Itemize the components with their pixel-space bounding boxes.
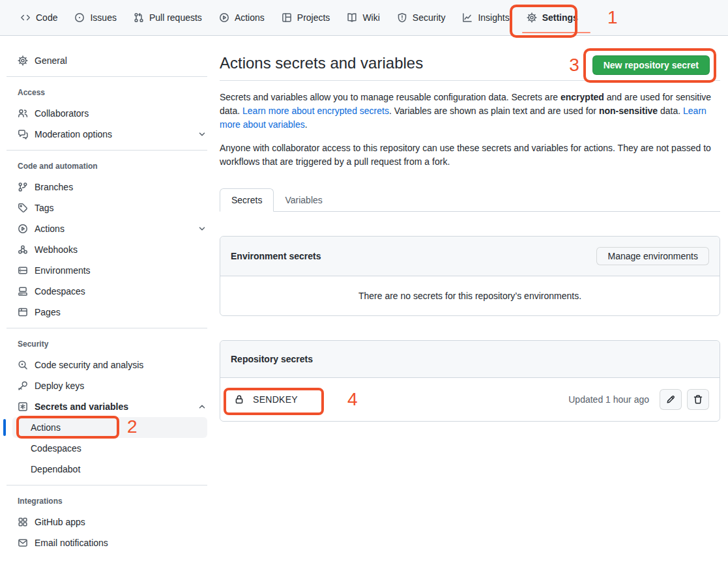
sidebar-item-label: Secrets and variables	[35, 401, 128, 412]
sidebar-item-tags[interactable]: Tags	[18, 197, 207, 218]
tab-insights[interactable]: Insights	[454, 0, 517, 35]
tab-wiki[interactable]: Wiki	[338, 0, 388, 35]
sidebar-item-moderation-options[interactable]: Moderation options	[18, 124, 207, 145]
annotation-step-4: 4	[347, 390, 358, 409]
tab-label: Insights	[478, 12, 509, 23]
link-learn-encrypted-secrets[interactable]: Learn more about encrypted secrets	[242, 106, 389, 116]
manage-environments-button[interactable]: Manage environments	[596, 247, 709, 265]
divider	[7, 328, 207, 328]
sidebar-item-label: Codespaces	[31, 443, 81, 454]
intro-paragraph: Secrets and variables allow you to manag…	[220, 91, 720, 132]
text: data.	[658, 106, 683, 116]
annotation-number: 1	[607, 8, 618, 27]
sidebar-subitem-codespaces[interactable]: Codespaces	[12, 438, 207, 459]
graph-icon	[462, 12, 473, 23]
text: .	[305, 119, 308, 130]
tab-projects[interactable]: Projects	[273, 0, 339, 35]
sidebar-item-label: Code security and analysis	[35, 360, 143, 370]
tab-actions[interactable]: Actions	[211, 0, 273, 35]
tag-icon	[18, 203, 28, 213]
tab-code[interactable]: Code	[12, 0, 66, 35]
sidebar-item-collaborators[interactable]: Collaborators	[18, 103, 207, 124]
secrets-variables-tabs: Secrets Variables	[220, 188, 720, 212]
tab-settings[interactable]: Settings	[518, 0, 587, 35]
tab-label: Security	[413, 12, 446, 23]
tab-label: Wiki	[362, 12, 379, 23]
shield-icon	[397, 12, 407, 23]
sidebar-item-pages[interactable]: Pages	[18, 302, 207, 323]
repository-secrets-box: Repository secrets SENDKEY 4 Updated 1 h…	[220, 340, 720, 422]
new-repository-secret-button[interactable]: New repository secret	[592, 55, 710, 75]
button-label: Manage environments	[607, 251, 698, 261]
environment-secrets-title: Environment secrets	[231, 251, 321, 261]
sidebar-item-label: Actions	[35, 224, 65, 234]
sidebar-item-label: Email notifications	[35, 538, 108, 548]
section-header-access: Access	[18, 85, 207, 100]
delete-secret-button[interactable]	[687, 389, 709, 410]
tab-label: Pull requests	[149, 12, 202, 23]
play-icon	[219, 12, 229, 23]
sidebar-item-code-security[interactable]: Code security and analysis	[18, 355, 207, 375]
book-icon	[347, 12, 357, 23]
divider	[7, 150, 207, 151]
section-header-security: Security	[18, 337, 207, 351]
sidebar-item-label: General	[35, 55, 67, 66]
collaborator-paragraph: Anyone with collaborator access to this …	[220, 141, 720, 169]
sidebar-item-secrets-and-variables[interactable]: Secrets and variables	[18, 396, 207, 417]
sidebar-subitem-actions[interactable]: Actions 2	[12, 417, 207, 438]
tab-variables[interactable]: Variables	[274, 189, 333, 211]
sidebar-item-webhooks[interactable]: Webhooks	[18, 239, 207, 260]
environment-secrets-box: Environment secrets Manage environments …	[220, 236, 720, 316]
sidebar-item-codespaces[interactable]: Codespaces	[18, 281, 207, 302]
text-bold: non-sensitive	[599, 106, 658, 116]
environment-secrets-empty-message: There are no secrets for this repository…	[220, 276, 720, 315]
git-branch-icon	[18, 182, 28, 192]
trash-icon	[693, 394, 703, 405]
tab-pull-requests[interactable]: Pull requests	[125, 0, 211, 35]
code-icon	[20, 12, 31, 23]
sidebar-item-deploy-keys[interactable]: Deploy keys	[18, 375, 207, 396]
edit-secret-button[interactable]	[660, 389, 682, 410]
sidebar-item-label: Collaborators	[35, 108, 89, 119]
sidebar-item-branches[interactable]: Branches	[18, 177, 207, 197]
issue-icon	[74, 12, 85, 23]
sidebar-item-label: GitHub apps	[35, 517, 85, 527]
settings-sidebar: General Access Collaborators Moderation …	[0, 36, 220, 553]
gear-icon	[18, 55, 28, 66]
annotation-step-3: 3	[569, 56, 579, 74]
sidebar-item-general[interactable]: General	[18, 50, 207, 71]
chevron-down-icon	[197, 224, 207, 234]
sidebar-item-github-apps[interactable]: GitHub apps	[18, 512, 207, 532]
text-bold: encrypted	[561, 92, 604, 102]
browser-icon	[18, 307, 28, 317]
divider	[220, 80, 720, 81]
active-tab-underline	[522, 32, 590, 33]
comment-discussion-icon	[18, 129, 28, 139]
sidebar-subitem-dependabot[interactable]: Dependabot	[12, 459, 207, 480]
sidebar-item-label: Dependabot	[31, 464, 80, 474]
annotation-step-2: 2	[127, 418, 138, 436]
divider	[7, 76, 207, 77]
sidebar-item-environments[interactable]: Environments	[18, 260, 207, 281]
secret-updated-time: Updated 1 hour ago	[568, 394, 649, 405]
sidebar-item-actions[interactable]: Actions	[18, 218, 207, 239]
section-header-code-automation: Code and automation	[18, 159, 207, 173]
active-item-indicator	[3, 419, 6, 436]
tab-label: Code	[36, 12, 57, 23]
key-asterisk-icon	[18, 401, 28, 412]
sidebar-item-label: Branches	[35, 182, 73, 192]
repo-tab-bar: Code Issues Pull requests Actions Projec…	[0, 0, 728, 36]
tab-label: Settings	[542, 12, 578, 23]
tab-secrets[interactable]: Secrets	[220, 188, 274, 212]
tab-security[interactable]: Security	[388, 0, 454, 35]
play-icon	[18, 224, 28, 234]
sidebar-item-label: Pages	[35, 307, 61, 317]
people-icon	[18, 108, 28, 119]
gear-icon	[527, 12, 537, 23]
tab-issues[interactable]: Issues	[66, 0, 124, 35]
sidebar-item-label: Webhooks	[35, 244, 78, 255]
secret-row: SENDKEY 4 Updated 1 hour ago	[220, 378, 720, 421]
main-content: Actions secrets and variables 3 New repo…	[220, 36, 720, 422]
sidebar-item-email-notifications[interactable]: Email notifications	[18, 532, 207, 553]
sidebar-item-label: Actions	[31, 422, 61, 433]
